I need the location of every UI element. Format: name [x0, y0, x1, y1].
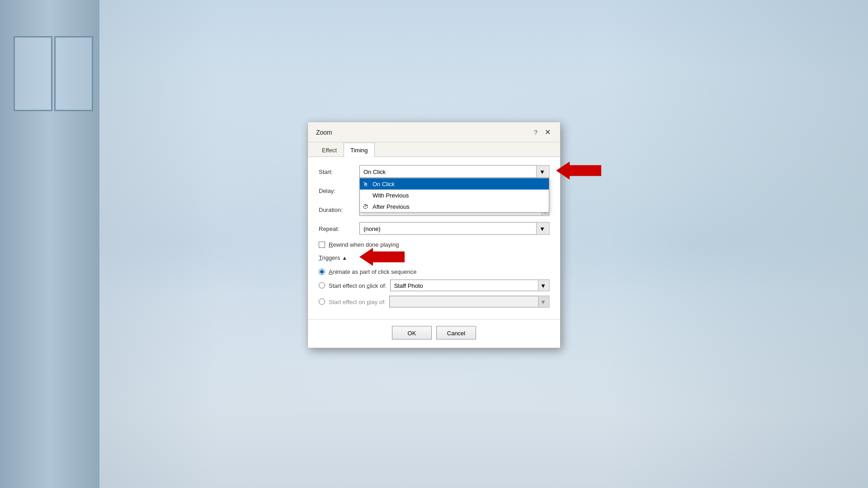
dialog-title-bar: Zoom ? ✕ — [308, 122, 560, 143]
radio-click-label: Start effect on click of: — [329, 282, 387, 289]
triggers-button[interactable]: Triggers ▲ — [319, 254, 347, 261]
chevron-down-icon-2: ▼ — [540, 282, 546, 289]
repeat-dropdown[interactable]: (none) ▼ — [359, 222, 549, 235]
repeat-value: (none) — [363, 225, 381, 232]
close-button[interactable]: ✕ — [542, 127, 553, 138]
radio-play[interactable] — [319, 299, 325, 305]
start-row: Start: On Click ▼ 🖱 On Click — [319, 165, 549, 178]
on-click-label: On Click — [373, 181, 395, 188]
radio-play-arrow: ▼ — [538, 296, 548, 307]
start-dropdown[interactable]: On Click ▼ — [359, 165, 549, 178]
after-previous-label: After Previous — [373, 203, 410, 210]
radio-click-dropdown[interactable]: Staff Photo ▼ — [390, 280, 549, 291]
repeat-select-wrapper: (none) ▼ — [359, 222, 549, 235]
cancel-button[interactable]: Cancel — [436, 326, 476, 340]
on-click-icon: 🖱 — [363, 181, 368, 188]
start-dropdown-arrow[interactable]: ▼ — [536, 166, 548, 178]
radio-play-label: Start effect on play of: — [329, 298, 386, 305]
duration-label: Duration: — [319, 206, 359, 213]
door-left — [0, 0, 99, 488]
start-dropdown-list: 🖱 On Click With Previous ⏱ After Previou… — [359, 178, 549, 213]
dropdown-option-on-click[interactable]: 🖱 On Click — [360, 178, 549, 190]
repeat-label: Repeat: — [319, 225, 359, 232]
rewind-label: Rewind when done playing — [329, 241, 399, 248]
radio-click[interactable] — [319, 282, 325, 289]
dialog-wrapper: Zoom ? ✕ Effect Timing Start: On Click ▼ — [307, 122, 561, 348]
start-select-wrapper: On Click ▼ 🖱 On Click With Previous — [359, 165, 549, 178]
delay-label: Delay: — [319, 187, 359, 194]
tab-timing[interactable]: Timing — [344, 143, 375, 157]
radio-click-select-wrapper: Staff Photo ▼ — [390, 280, 549, 291]
triggers-expand-icon: ▲ — [342, 254, 347, 261]
radio-play-select-wrapper: ▼ — [389, 296, 549, 308]
rewind-row: Rewind when done playing — [319, 241, 549, 248]
title-controls: ? ✕ — [534, 127, 553, 138]
help-button[interactable]: ? — [534, 129, 538, 136]
radio-play-dropdown: ▼ — [389, 296, 549, 308]
chevron-down-icon-3: ▼ — [540, 298, 546, 305]
triggers-label: Triggers — [319, 254, 340, 261]
radio-section: Animate as part of click sequence Start … — [319, 268, 549, 308]
ok-button[interactable]: OK — [392, 326, 432, 340]
tab-effect[interactable]: Effect — [315, 143, 344, 157]
start-value: On Click — [363, 168, 386, 175]
repeat-dropdown-arrow[interactable]: ▼ — [536, 223, 548, 235]
radio-click-arrow[interactable]: ▼ — [538, 280, 548, 291]
radio-click-row: Start effect on click of: Staff Photo ▼ — [319, 280, 549, 291]
triggers-row: Triggers ▲ — [319, 254, 549, 261]
radio-sequence[interactable] — [319, 268, 325, 275]
repeat-row: Repeat: (none) ▼ — [319, 222, 549, 235]
radio-play-row: Start effect on play of: ▼ — [319, 296, 549, 308]
dropdown-option-after-previous[interactable]: ⏱ After Previous — [360, 201, 549, 212]
triggers-arrow — [359, 248, 405, 267]
svg-marker-1 — [359, 248, 405, 266]
dialog-footer: OK Cancel — [308, 319, 560, 348]
radio-sequence-row: Animate as part of click sequence — [319, 268, 549, 275]
radio-sequence-label: Animate as part of click sequence — [329, 268, 416, 275]
tab-bar: Effect Timing — [308, 143, 560, 157]
zoom-dialog: Zoom ? ✕ Effect Timing Start: On Click ▼ — [307, 122, 561, 348]
dropdown-option-with-previous[interactable]: With Previous — [360, 190, 549, 201]
rewind-checkbox[interactable] — [319, 241, 325, 248]
start-label: Start: — [319, 168, 359, 175]
repeat-chevron-icon: ▼ — [539, 225, 545, 232]
radio-click-value: Staff Photo — [394, 282, 423, 289]
dialog-title: Zoom — [316, 129, 332, 136]
dialog-body: Start: On Click ▼ 🖱 On Click — [308, 157, 560, 319]
after-previous-icon: ⏱ — [363, 203, 368, 210]
chevron-down-icon: ▼ — [539, 168, 545, 175]
with-previous-label: With Previous — [373, 192, 409, 199]
